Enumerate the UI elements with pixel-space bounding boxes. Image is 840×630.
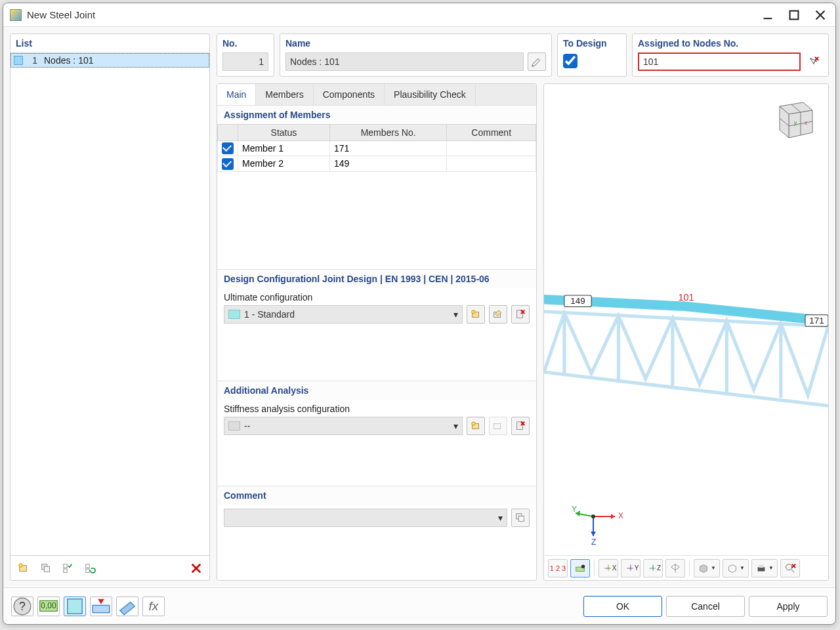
help-icon[interactable]: ? — [11, 597, 33, 616]
member-dialog-icon[interactable] — [90, 597, 112, 616]
edit-name-icon[interactable] — [528, 52, 546, 71]
svg-rect-0 — [790, 10, 799, 19]
ok-button[interactable]: OK — [583, 596, 662, 617]
row-check[interactable] — [218, 141, 238, 156]
tab-components[interactable]: Components — [314, 84, 385, 105]
cancel-button[interactable]: Cancel — [666, 596, 745, 617]
tab-plausibility[interactable]: Plausibility Check — [385, 84, 476, 105]
assignment-section: Assignment of Members Status Members No.… — [217, 105, 536, 269]
tab-main[interactable]: Main — [217, 84, 256, 105]
node-label: 101 — [678, 292, 694, 303]
list-item[interactable]: 1 Nodes : 101 — [10, 53, 209, 68]
comment-field[interactable]: ▾ — [224, 509, 507, 527]
svg-point-55 — [786, 564, 792, 570]
assignment-header: Assignment of Members — [217, 106, 536, 124]
table-row[interactable]: Member 1 171 — [218, 141, 536, 156]
stiffness-select[interactable]: -- ▾ — [224, 417, 463, 435]
render-mode-icon[interactable]: ▼ — [694, 559, 720, 578]
maximize-button[interactable] — [788, 9, 800, 21]
table-row[interactable]: Member 2 149 — [218, 156, 536, 171]
ultimate-label: Ultimate configuration — [224, 292, 530, 303]
color-icon[interactable] — [64, 597, 86, 616]
edit-config-icon[interactable] — [489, 305, 507, 324]
list-item-label: Nodes : 101 — [41, 55, 94, 66]
svg-point-2 — [19, 563, 22, 566]
edit-analysis-icon — [489, 417, 507, 435]
name-header: Name — [285, 38, 546, 49]
chevron-down-icon: ▾ — [498, 513, 503, 523]
view-z-icon[interactable]: Z — [643, 559, 663, 578]
apply-button[interactable]: Apply — [749, 596, 828, 617]
svg-rect-53 — [758, 567, 765, 571]
ultimate-select[interactable]: 1 - Standard ▾ — [224, 305, 463, 324]
close-button[interactable] — [814, 9, 826, 21]
view-y-icon[interactable]: Y — [621, 559, 640, 578]
checklist-icon[interactable] — [59, 559, 77, 578]
copy-item-icon[interactable] — [37, 559, 55, 578]
svg-rect-18 — [518, 516, 524, 521]
pick-node-icon[interactable] — [805, 52, 823, 71]
comment-library-icon[interactable] — [511, 509, 530, 527]
minimize-button[interactable] — [762, 9, 774, 21]
new-analysis-icon[interactable] — [467, 417, 485, 435]
list-item-check[interactable] — [11, 53, 26, 68]
name-field[interactable]: Nodes : 101 — [285, 52, 524, 71]
assigned-group: Assigned to Nodes No. 101 — [632, 33, 829, 77]
stiffness-label: Stiffness analysis configuration — [224, 404, 530, 414]
tabs-panel: Main Members Components Plausibility Che… — [217, 83, 537, 581]
viewer-scene[interactable]: x y — [544, 84, 828, 555]
new-item-icon[interactable] — [14, 559, 33, 578]
list-body[interactable]: 1 Nodes : 101 — [10, 52, 209, 555]
units-icon[interactable]: 0,00 — [37, 597, 60, 616]
svg-marker-52 — [729, 564, 736, 572]
fx-icon[interactable]: fx — [142, 597, 165, 616]
assigned-header: Assigned to Nodes No. — [638, 38, 823, 49]
no-field[interactable]: 1 — [222, 52, 268, 71]
design-section: Design Configurationl Joint Design | EN … — [217, 269, 536, 381]
chevron-down-icon: ▾ — [453, 421, 458, 431]
name-group: Name Nodes : 101 — [280, 33, 552, 77]
app-icon — [10, 9, 22, 21]
show-dimensions-icon[interactable] — [570, 559, 590, 578]
zoom-cancel-icon[interactable] — [780, 559, 800, 578]
view-x-icon[interactable]: X — [598, 559, 618, 578]
wireframe-icon[interactable]: ▼ — [723, 559, 749, 578]
plate-icon[interactable] — [116, 597, 138, 616]
to-design-checkbox[interactable] — [563, 54, 578, 68]
svg-point-50 — [581, 564, 585, 568]
refresh-check-icon[interactable] — [81, 559, 100, 578]
svg-marker-46 — [591, 532, 596, 536]
isometric-icon[interactable] — [665, 559, 685, 578]
list-panel: List 1 Nodes : 101 — [10, 33, 210, 581]
print-icon[interactable]: ▼ — [751, 559, 778, 578]
delete-icon[interactable] — [187, 559, 205, 578]
svg-point-10 — [472, 310, 475, 314]
assigned-field[interactable]: 101 — [638, 52, 801, 71]
svg-text:Z: Z — [591, 537, 596, 546]
tab-members[interactable]: Members — [256, 84, 313, 105]
coord-axes-icon: X Y Z — [570, 500, 623, 549]
remove-config-icon[interactable] — [511, 305, 530, 324]
row-check[interactable] — [218, 156, 238, 171]
svg-marker-63 — [120, 602, 135, 614]
col-members-no: Members No. — [329, 125, 447, 141]
chevron-down-icon: ▾ — [453, 309, 458, 320]
dialog-window: New Steel Joint List 1 Nodes : 101 — [3, 3, 836, 625]
svg-point-48 — [591, 514, 595, 518]
svg-rect-7 — [86, 564, 89, 567]
col-status: Status — [238, 125, 330, 141]
svg-rect-4 — [44, 566, 49, 572]
svg-text:0,00: 0,00 — [41, 601, 56, 610]
svg-line-56 — [791, 569, 795, 572]
no-group: No. 1 — [217, 33, 274, 77]
remove-analysis-icon[interactable] — [511, 417, 530, 435]
list-header: List — [10, 34, 209, 52]
viewer-toolbar: 1 2 3 X Y Z ▼ ▼ ▼ — [544, 555, 828, 580]
svg-marker-40 — [611, 514, 615, 519]
member-left-label: 149 — [570, 296, 585, 306]
titlebar: New Steel Joint — [3, 3, 835, 27]
new-config-icon[interactable] — [467, 305, 485, 324]
show-numbers-icon[interactable]: 1 2 3 — [548, 559, 568, 578]
svg-rect-5 — [64, 564, 67, 567]
svg-line-29 — [544, 372, 828, 406]
